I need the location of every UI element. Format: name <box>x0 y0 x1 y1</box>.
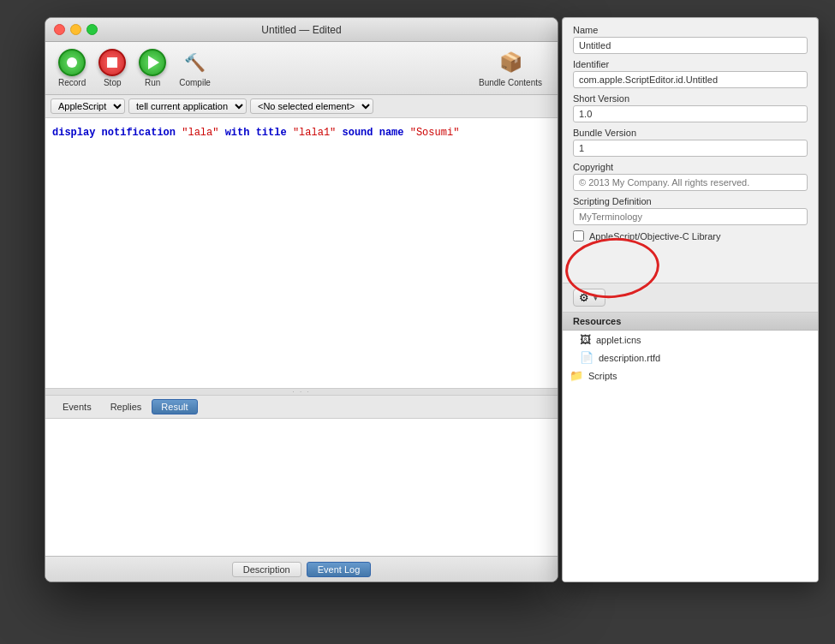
gear-bar: ⚙ ▼ <box>563 283 818 313</box>
stop-label: Stop <box>104 78 122 87</box>
code-editor[interactable]: display notification "lala" with title "… <box>45 118 558 389</box>
maximize-button[interactable] <box>86 24 98 35</box>
scripting-def-label: Scripting Definition <box>573 196 808 206</box>
name-label: Name <box>573 25 808 35</box>
selector-bar: AppleScriptJavaScript tell current appli… <box>45 95 558 118</box>
right-panel: Name Identifier Short Version Bundle Ver… <box>562 17 819 582</box>
stop-button[interactable]: Stop <box>94 46 130 90</box>
log-area <box>45 419 558 556</box>
scripting-def-input[interactable] <box>573 208 808 225</box>
short-version-input[interactable] <box>573 105 808 122</box>
traffic-lights <box>54 24 98 35</box>
name-group: Name <box>573 25 808 54</box>
resource-item-applet[interactable]: 🖼 applet.icns <box>563 331 818 349</box>
resource-name-description: description.rtfd <box>599 353 660 363</box>
identifier-input[interactable] <box>573 71 808 88</box>
resource-item-description[interactable]: 📄 description.rtfd <box>563 349 818 367</box>
record-label: Record <box>58 78 86 87</box>
target-selector[interactable]: tell current application <box>128 98 247 114</box>
compile-button[interactable]: 🔨 Compile <box>175 46 215 90</box>
properties-section: Name Identifier Short Version Bundle Ver… <box>563 18 818 283</box>
run-label: Run <box>145 78 160 87</box>
event-log-tab[interactable]: Event Log <box>307 562 372 577</box>
minimize-button[interactable] <box>70 24 81 35</box>
library-checkbox-label[interactable]: AppleScript/Objective-C Library <box>589 231 720 242</box>
close-button[interactable] <box>54 24 65 35</box>
script-editor-window: Untitled — Edited Record Stop Run <box>45 17 558 582</box>
tab-events[interactable]: Events <box>54 400 100 414</box>
language-selector[interactable]: AppleScriptJavaScript <box>51 98 125 114</box>
record-circle-icon <box>67 57 77 68</box>
bundle-version-input[interactable] <box>573 140 808 157</box>
gear-button[interactable]: ⚙ ▼ <box>573 289 605 307</box>
bundle-contents-label: Bundle Contents <box>479 78 542 87</box>
keyword-sound: sound name <box>343 127 404 139</box>
identifier-label: Identifier <box>573 59 808 69</box>
compile-icon: 🔨 <box>182 49 209 76</box>
file-icon: 🖼 <box>580 333 591 346</box>
string-lala: "lala" <box>182 127 218 139</box>
bottom-bar: Description Event Log <box>45 556 558 581</box>
bundle-version-group: Bundle Version <box>573 128 808 157</box>
code-line-1: display notification "lala" with title "… <box>52 125 551 141</box>
log-tabs: Events Replies Result <box>45 396 558 419</box>
dropdown-arrow-icon: ▼ <box>592 294 599 302</box>
run-icon <box>139 49 166 76</box>
bundle-version-label: Bundle Version <box>573 128 808 138</box>
toolbar: Record Stop Run 🔨 Compile 📦 <box>45 42 558 95</box>
string-sosumi: "Sosumi" <box>410 127 460 139</box>
record-icon <box>58 49 86 76</box>
scripting-def-group: Scripting Definition <box>573 196 808 225</box>
string-lala1: "lala1" <box>293 127 336 139</box>
description-tab[interactable]: Description <box>232 562 301 577</box>
resource-name-applet: applet.icns <box>596 335 641 345</box>
library-checkbox[interactable] <box>573 230 584 242</box>
short-version-group: Short Version <box>573 93 808 122</box>
file-icon: 📄 <box>580 351 593 364</box>
resource-folder-scripts[interactable]: 📁 Scripts <box>563 367 818 385</box>
run-button[interactable]: Run <box>134 46 170 90</box>
desktop: Untitled — Edited Record Stop Run <box>0 0 835 644</box>
element-selector[interactable]: <No selected element> <box>250 98 373 114</box>
copyright-group: Copyright <box>573 162 808 191</box>
resource-name-scripts: Scripts <box>588 371 617 381</box>
folder-icon: 📁 <box>570 369 583 382</box>
title-bar: Untitled — Edited <box>45 18 558 42</box>
compile-label: Compile <box>179 78 211 87</box>
window-title: Untitled — Edited <box>261 24 341 36</box>
stop-square-icon <box>107 57 117 68</box>
keyword-display: display notification <box>52 127 176 139</box>
resources-header: Resources <box>563 313 818 331</box>
short-version-label: Short Version <box>573 93 808 104</box>
resources-list: 🖼 applet.icns 📄 description.rtfd 📁 Scrip… <box>563 331 818 581</box>
gear-icon: ⚙ <box>579 291 589 304</box>
copyright-label: Copyright <box>573 162 808 172</box>
keyword-with: with title <box>225 127 287 139</box>
tab-replies[interactable]: Replies <box>102 400 151 414</box>
name-input[interactable] <box>573 37 808 54</box>
tab-result[interactable]: Result <box>152 399 197 414</box>
stop-icon <box>98 49 126 76</box>
bundle-contents-button[interactable]: 📦 Bundle Contents <box>472 46 549 90</box>
resize-handle[interactable]: · · · <box>45 389 558 396</box>
record-button[interactable]: Record <box>54 46 90 90</box>
library-checkbox-row: AppleScript/Objective-C Library <box>573 230 808 242</box>
identifier-group: Identifier <box>573 59 808 88</box>
bundle-icon: 📦 <box>497 49 524 76</box>
resize-dots-icon: · · · <box>292 388 310 396</box>
copyright-input[interactable] <box>573 174 808 191</box>
play-triangle-icon <box>148 56 159 69</box>
